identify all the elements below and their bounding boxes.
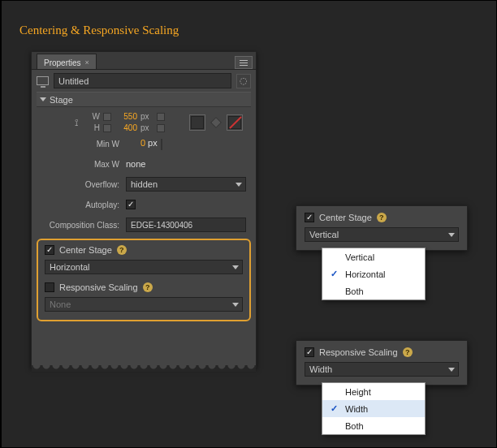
- center-stage-label: Center Stage: [59, 245, 112, 255]
- height-value[interactable]: 400: [115, 123, 137, 132]
- responsive-value: Width: [309, 364, 332, 374]
- chevron-down-icon: [448, 233, 455, 237]
- comp-class-label: Composition Class:: [37, 221, 126, 230]
- option-vertical[interactable]: Vertical: [322, 248, 425, 265]
- center-stage-label: Center Stage: [319, 213, 372, 222]
- minw-label: Min W: [37, 140, 126, 149]
- center-stage-select[interactable]: Horizontal: [45, 260, 243, 274]
- no-fill-swatch[interactable]: [227, 114, 243, 131]
- tab-properties[interactable]: Properties ×: [37, 54, 97, 69]
- help-icon[interactable]: ?: [403, 347, 413, 357]
- chevron-down-icon: [232, 265, 239, 269]
- overflow-label: Overflow:: [37, 180, 126, 189]
- chevron-down-icon: [236, 183, 242, 187]
- maxw-label: Max W: [37, 160, 126, 169]
- responsive-label: Responsive Scaling: [319, 347, 398, 357]
- check-icon: [322, 269, 345, 279]
- height-toggle-chip[interactable]: [157, 124, 165, 132]
- check-icon: [322, 403, 345, 414]
- help-icon[interactable]: ?: [377, 213, 387, 222]
- option-height[interactable]: Height: [322, 383, 425, 400]
- responsive-checkbox[interactable]: [305, 347, 314, 357]
- stage-label: Stage: [50, 95, 73, 105]
- autoplay-checkbox[interactable]: [126, 200, 136, 209]
- responsive-select[interactable]: Width: [305, 362, 459, 377]
- height-unit: px: [140, 123, 153, 132]
- chevron-down-icon: [232, 303, 239, 307]
- target-icon[interactable]: ◌: [236, 74, 251, 88]
- diamond-icon[interactable]: [210, 116, 222, 127]
- height-label: H: [89, 123, 100, 132]
- properties-panel: Properties × ◌ Stage ⟟ W 550 px: [31, 51, 257, 368]
- center-stage-dropdown[interactable]: Vertical Horizontal Both: [322, 248, 426, 300]
- center-stage-checkbox[interactable]: [45, 245, 54, 255]
- comp-class-input[interactable]: [126, 218, 246, 232]
- chevron-down-icon: [448, 368, 455, 372]
- minw-chip[interactable]: [161, 139, 162, 150]
- center-stage-value: Horizontal: [50, 262, 90, 272]
- autoplay-label: Autoplay:: [37, 200, 126, 209]
- width-unit: px: [140, 112, 153, 121]
- maxw-value[interactable]: none: [126, 159, 145, 169]
- overflow-select[interactable]: hidden: [126, 177, 246, 192]
- panel-menu-icon[interactable]: [235, 56, 253, 69]
- option-horizontal[interactable]: Horizontal: [322, 265, 425, 282]
- close-icon[interactable]: ×: [85, 58, 89, 67]
- overflow-value: hidden: [131, 179, 158, 189]
- center-stage-select[interactable]: Vertical: [305, 227, 459, 242]
- center-stage-popover: Center Stage ? Vertical: [296, 205, 468, 251]
- center-responsive-section: Center Stage ? Horizontal Responsive Sca…: [37, 239, 251, 321]
- page-title: Centering & Responsive Scaling: [19, 24, 179, 37]
- minw-value[interactable]: 0: [126, 138, 145, 148]
- center-stage-value: Vertical: [309, 230, 339, 239]
- width-keyframe-chip[interactable]: [103, 113, 111, 121]
- responsive-popover: Responsive Scaling ? Width: [296, 340, 468, 386]
- width-label: W: [89, 112, 100, 121]
- stage-icon: [37, 76, 49, 85]
- width-toggle-chip[interactable]: [157, 113, 165, 121]
- minw-unit: px: [148, 138, 158, 148]
- constrain-icon[interactable]: ⟟: [69, 117, 84, 128]
- stage-section-header[interactable]: Stage: [37, 92, 251, 107]
- responsive-value: None: [50, 299, 71, 309]
- responsive-select: None: [45, 297, 243, 312]
- responsive-dropdown[interactable]: Height Width Both: [322, 382, 426, 435]
- center-stage-checkbox[interactable]: [305, 213, 314, 222]
- responsive-checkbox[interactable]: [45, 282, 54, 292]
- option-width[interactable]: Width: [322, 400, 425, 417]
- tab-label: Properties: [44, 58, 81, 67]
- responsive-label: Responsive Scaling: [59, 282, 138, 292]
- document-title-input[interactable]: [54, 73, 231, 88]
- height-keyframe-chip[interactable]: [103, 124, 111, 132]
- width-value[interactable]: 550: [115, 112, 137, 121]
- option-both[interactable]: Both: [322, 417, 425, 434]
- bg-color-swatch[interactable]: [189, 114, 205, 131]
- option-both[interactable]: Both: [322, 282, 425, 299]
- chevron-down-icon: [40, 97, 46, 101]
- panel-tabbar: Properties ×: [32, 52, 256, 70]
- help-icon[interactable]: ?: [143, 282, 153, 292]
- help-icon[interactable]: ?: [117, 245, 127, 255]
